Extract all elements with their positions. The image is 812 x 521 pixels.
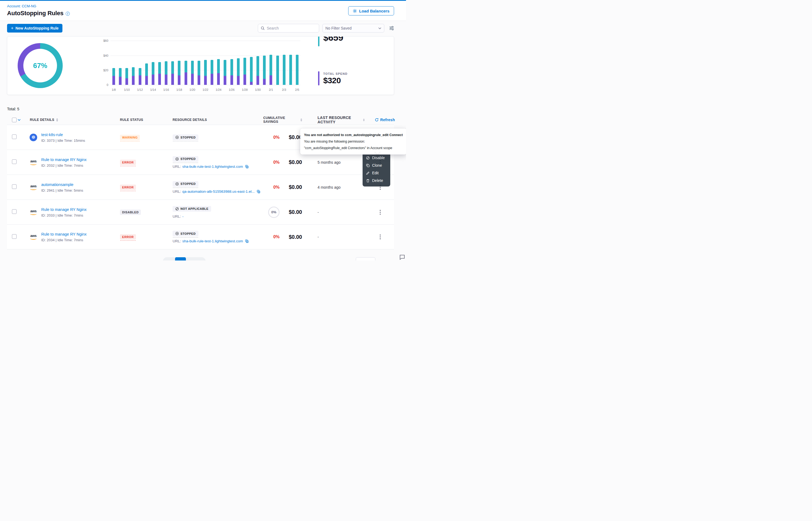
menu-item-clone[interactable]: Clone [363,162,390,169]
rule-name-link[interactable]: automationsample [41,182,73,187]
col-resource-details: RESOURCE DETAILS [167,118,254,122]
row-checkbox[interactable] [12,159,17,164]
donut-chart: 67% [18,43,63,88]
rule-meta: ID: 2032 | Idle Time: 7mins [41,163,87,167]
status-badge[interactable]: WARNING [120,135,140,140]
bar-1/9 [119,68,122,85]
bar-1/11 [132,67,135,85]
info-icon[interactable]: i [66,12,70,16]
col-cumulative-savings[interactable]: CUMULATIVE SAVINGS [254,116,302,123]
resource-state-badge[interactable]: STOPPED [173,134,198,140]
menu-item-edit[interactable]: Edit [363,169,390,177]
rule-name-link[interactable]: test-k8s-rule [41,133,63,137]
savings-amount: $0.00 [289,184,302,190]
aws-icon: aws [29,185,38,190]
resource-url-link[interactable]: qa-automation-alb-515563988.us-east-1.el… [183,189,255,194]
bar-1/25 [223,60,226,85]
row-checkbox[interactable] [12,134,17,139]
select-all-checkbox[interactable] [12,118,17,122]
copy-icon[interactable] [245,165,249,168]
account-breadcrumb[interactable]: Account: CCM-NG [7,4,70,8]
filter-panel-button[interactable] [389,26,394,30]
resource-state-badge[interactable]: STOPPED [173,156,198,162]
bar-1/14 [152,62,154,85]
row-checkbox[interactable] [12,209,17,214]
bar-1/15 [158,62,161,85]
bar-1/20 [191,61,194,85]
bar-1/27 [237,58,240,85]
url-label: URL: [173,164,181,168]
rule-name-link[interactable]: Rule to manage RY Nginx [41,207,87,212]
resource-state-badge[interactable]: NOT APPLICABLE [173,206,211,212]
stopped-icon [175,232,179,235]
chat-bubble-icon[interactable] [399,254,405,260]
aws-icon: aws [29,234,38,240]
bar-1/17 [171,61,174,85]
bar-1/31 [263,55,266,85]
bar-1/19 [185,61,187,85]
col-last-resource-activity[interactable]: LAST RESOURCE ACTIVITY [302,115,365,124]
status-badge[interactable]: DISABLED [120,209,141,215]
url-label: URL: [173,189,181,194]
col-rule-details[interactable]: RULE DETAILS [23,118,112,122]
resource-url-link[interactable]: sha-bulk-rule-test-1.lightwingtest.com [183,164,243,168]
rule-meta: ID: 2034 | Idle Time: 7mins [41,238,87,242]
chevron-down-icon[interactable] [18,119,21,121]
kubernetes-icon: ☸ [29,134,37,141]
pagination-page-size[interactable] [356,257,375,260]
bar-1/22 [204,60,207,85]
bar-1/24 [217,59,220,85]
table-row: aws automationsample ID: 2941 | Idle Tim… [7,175,394,200]
bar-1/8 [112,68,115,85]
copy-icon[interactable] [245,240,249,243]
bar-2/1 [270,55,272,85]
menu-item-disable[interactable]: Disable [363,154,390,162]
col-rule-status: RULE STATUS [112,118,167,122]
row-actions-kebab[interactable] [379,233,382,241]
menu-item-delete[interactable]: Delete [363,177,390,184]
status-badge[interactable]: ERROR [120,234,136,240]
resource-state-badge[interactable]: STOPPED [173,181,198,187]
sort-icon[interactable] [300,118,302,122]
resource-state-badge[interactable]: STOPPED [173,231,198,236]
savings-percent: 0% [254,185,280,190]
row-actions-kebab[interactable] [379,209,382,216]
resource-url-link[interactable]: - [183,214,184,219]
search-input[interactable] [267,26,316,30]
savings-percent: 0% [254,160,280,165]
sort-icon[interactable] [363,118,365,122]
bar-2/5 [296,55,299,85]
pagination-current-page[interactable] [175,257,186,260]
new-autostopping-rule-button[interactable]: + New AutoStopping Rule [7,24,62,32]
total-spend-label: TOTAL SPEND [323,72,348,75]
saved-filter-dropdown[interactable]: No Filter Saved [322,24,384,32]
status-badge[interactable]: ERROR [120,160,136,165]
refresh-button[interactable]: Refresh [365,118,395,122]
summary-chart-card: 67% $60$40$2001/81/101/121/141/161/181/2… [7,36,394,95]
resource-url-link[interactable]: sha-bulk-rule-test-1.lightwingtest.com [183,239,243,243]
bar-1/13 [145,63,148,85]
rule-name-link[interactable]: Rule to manage RY Nginx [41,158,87,162]
status-badge[interactable]: ERROR [120,185,136,190]
last-activity: 5 months ago [302,160,365,164]
toolbar: + New AutoStopping Rule No Filter Saved [0,21,406,36]
disable-icon [366,156,370,160]
stopped-icon [175,182,179,186]
bar-1/21 [197,61,200,85]
rule-meta: ID: 2033 | Idle Time: 7mins [41,213,87,218]
savings-percent: 0% [254,234,280,240]
rule-name-link[interactable]: Rule to manage RY Nginx [41,232,87,236]
sort-icon[interactable] [56,118,58,122]
edit-icon [366,171,370,175]
search-input-wrap [258,24,319,32]
total-spend-value: $320 [323,76,348,85]
bar-1/28 [243,58,246,85]
stopped-icon [175,157,179,161]
savings-percent-ring: 0% [268,207,280,218]
teal-accent-bar [318,36,319,46]
load-balancers-button[interactable]: Load Balancers [348,6,394,16]
row-checkbox[interactable] [12,234,17,239]
last-activity: - [302,235,365,239]
url-label: URL: [173,214,181,219]
row-checkbox[interactable] [12,184,17,189]
